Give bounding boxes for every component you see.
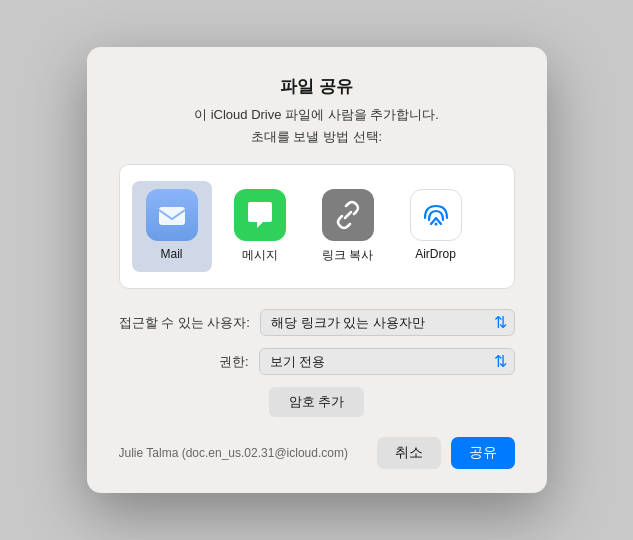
mail-icon <box>146 189 198 241</box>
share-option-link-label: 링크 복사 <box>322 247 373 264</box>
dialog-instructions: 초대를 보낼 방법 선택: <box>119 128 515 146</box>
svg-point-1 <box>434 223 437 226</box>
link-icon <box>322 189 374 241</box>
permission-row: 권한: 보기 전용편집 가능 ⇅ <box>119 348 515 375</box>
user-info: Julie Talma (doc.en_us.02.31@icloud.com) <box>119 446 377 460</box>
airdrop-icon <box>410 189 462 241</box>
share-option-messages[interactable]: 메시지 <box>220 181 300 272</box>
share-option-link[interactable]: 링크 복사 <box>308 181 388 272</box>
permission-select-wrapper: 보기 전용편집 가능 ⇅ <box>259 348 515 375</box>
dialog-footer: Julie Talma (doc.en_us.02.31@icloud.com)… <box>119 437 515 469</box>
share-option-airdrop-label: AirDrop <box>415 247 456 261</box>
permission-label: 권한: <box>119 353 249 371</box>
share-option-airdrop[interactable]: AirDrop <box>396 181 476 272</box>
footer-buttons: 취소 공유 <box>377 437 515 469</box>
share-option-mail[interactable]: Mail <box>132 181 212 272</box>
access-row: 접근할 수 있는 사용자: 해당 링크가 있는 사용자만초대받은 사람만 ⇅ <box>119 309 515 336</box>
share-option-messages-label: 메시지 <box>242 247 278 264</box>
access-label: 접근할 수 있는 사용자: <box>119 314 250 332</box>
dialog-subtitle: 이 iCloud Drive 파일에 사람을 추가합니다. <box>119 106 515 124</box>
dialog-title: 파일 공유 <box>119 75 515 98</box>
add-password-button[interactable]: 암호 추가 <box>269 387 365 417</box>
messages-icon <box>234 189 286 241</box>
svg-rect-0 <box>159 207 185 225</box>
share-option-mail-label: Mail <box>160 247 182 261</box>
access-select[interactable]: 해당 링크가 있는 사용자만초대받은 사람만 <box>260 309 515 336</box>
access-select-wrapper: 해당 링크가 있는 사용자만초대받은 사람만 ⇅ <box>260 309 515 336</box>
password-row: 암호 추가 <box>119 387 515 417</box>
share-dialog: 파일 공유 이 iCloud Drive 파일에 사람을 추가합니다. 초대를 … <box>87 47 547 493</box>
cancel-button[interactable]: 취소 <box>377 437 441 469</box>
share-options-container: Mail 메시지 링크 복사 <box>119 164 515 289</box>
permission-select[interactable]: 보기 전용편집 가능 <box>259 348 515 375</box>
share-button[interactable]: 공유 <box>451 437 515 469</box>
